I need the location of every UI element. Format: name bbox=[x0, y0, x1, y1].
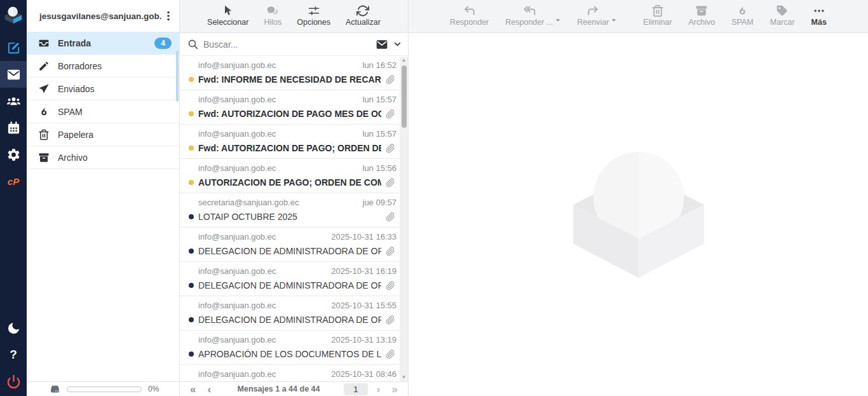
next-page-button[interactable]: › bbox=[374, 384, 383, 395]
help-button[interactable]: ? bbox=[0, 341, 27, 368]
message-subject: DELEGACION DE ADMINISTRADORA DE OR... bbox=[198, 246, 381, 256]
message-row[interactable]: info@sanjuan.gob.eclun 16:52Fwd: INFORME… bbox=[180, 56, 399, 90]
list-scrollbar[interactable]: ▲ ▼ bbox=[400, 57, 408, 381]
reply-all-icon bbox=[523, 4, 536, 17]
select-button[interactable]: Seleccionar bbox=[207, 3, 249, 28]
message-date: 2025-10-31 13:19 bbox=[331, 335, 397, 345]
attachment-indicator bbox=[386, 212, 395, 222]
trash-icon bbox=[651, 4, 664, 17]
account-menu-button[interactable] bbox=[161, 8, 175, 24]
message-sender: info@sanjuan.gob.ec bbox=[198, 232, 276, 242]
refresh-button[interactable]: Actualizar bbox=[345, 3, 381, 28]
message-status-dot[interactable] bbox=[189, 180, 194, 185]
delete-button[interactable]: Eliminar bbox=[642, 3, 672, 28]
message-status-dot[interactable] bbox=[189, 214, 194, 219]
message-date: lun 16:52 bbox=[363, 60, 397, 70]
folders-panel: jesusgavilanes@sanjuan.gob.... Entrada4B… bbox=[27, 0, 180, 396]
forward-dropdown-button[interactable] bbox=[611, 17, 617, 24]
cpanel-button[interactable]: cP bbox=[0, 168, 27, 195]
quota-bar: 0% bbox=[27, 381, 179, 396]
scroll-down-icon[interactable]: ▼ bbox=[402, 374, 407, 381]
message-status-dot[interactable] bbox=[189, 249, 194, 254]
settings-nav-button[interactable] bbox=[0, 141, 27, 168]
message-row[interactable]: info@sanjuan.gob.ec2025-10-31 16:19DELEG… bbox=[180, 262, 399, 296]
message-sender: info@sanjuan.gob.ec bbox=[198, 95, 276, 104]
message-status-dot[interactable] bbox=[189, 352, 194, 357]
message-sender: info@sanjuan.gob.ec bbox=[198, 369, 276, 379]
search-options-button[interactable] bbox=[393, 40, 402, 48]
message-row[interactable]: secretaria@sanjuan.gob.ecjue 09:57LOTAIP… bbox=[180, 193, 399, 228]
folder-item-entrada[interactable]: Entrada4 bbox=[27, 32, 179, 55]
more-button[interactable]: Más bbox=[811, 3, 827, 28]
message-row[interactable]: info@sanjuan.gob.eclun 15:57Fwd: AUTORIZ… bbox=[180, 125, 399, 159]
folders-scrollbar[interactable] bbox=[176, 51, 179, 102]
calendar-nav-button[interactable] bbox=[0, 114, 27, 141]
mail-nav-button[interactable] bbox=[0, 61, 27, 88]
message-row[interactable]: info@sanjuan.gob.ec2025-10-31 16:33DELEG… bbox=[180, 228, 399, 262]
message-status-dot[interactable] bbox=[189, 283, 194, 288]
dark-mode-toggle[interactable] bbox=[0, 315, 27, 341]
forward-button[interactable]: Reenviar bbox=[576, 3, 609, 28]
last-page-button[interactable]: » bbox=[390, 384, 400, 395]
message-status-dot[interactable] bbox=[189, 317, 194, 322]
attachment-indicator bbox=[386, 178, 395, 188]
message-date: jue 09:57 bbox=[363, 198, 397, 207]
spam-button[interactable]: SPAM bbox=[731, 3, 754, 28]
message-row[interactable]: info@sanjuan.gob.ec2025-10-31 15:55DELEG… bbox=[180, 296, 399, 331]
pencil-icon bbox=[38, 60, 50, 72]
archive-button[interactable]: Archivo bbox=[688, 3, 715, 28]
envelope-icon bbox=[376, 38, 388, 51]
contacts-nav-button[interactable] bbox=[0, 88, 27, 114]
reply-all-dropdown-button[interactable] bbox=[555, 17, 561, 24]
caret-down-icon bbox=[555, 17, 561, 24]
message-status-dot[interactable] bbox=[189, 77, 194, 82]
message-status-dot[interactable] bbox=[189, 146, 194, 151]
mark-button[interactable]: Marcar bbox=[770, 3, 796, 28]
message-status-dot[interactable] bbox=[189, 111, 194, 116]
options-button[interactable]: Opciones bbox=[296, 3, 331, 28]
paperclip-icon bbox=[386, 109, 395, 119]
logout-button[interactable] bbox=[0, 368, 27, 395]
message-sender: secretaria@sanjuan.gob.ec bbox=[198, 198, 299, 207]
search-bar bbox=[180, 33, 408, 56]
message-row[interactable]: info@sanjuan.gob.ec2025-10-31 13:19APROB… bbox=[180, 331, 399, 365]
attachment-indicator bbox=[386, 315, 395, 325]
message-row[interactable]: info@sanjuan.gob.eclun 15:56AUTORIZACION… bbox=[180, 159, 399, 193]
flame-icon bbox=[736, 4, 749, 17]
message-row[interactable]: info@sanjuan.gob.eclun 15:57Fwd: AUTORIZ… bbox=[180, 90, 399, 125]
page-number-input[interactable]: 1 bbox=[344, 383, 368, 395]
message-date: lun 15:57 bbox=[363, 95, 397, 104]
list-toolbar: Seleccionar Hilos Opciones Actualizar bbox=[180, 0, 408, 33]
caret-down-icon bbox=[611, 17, 617, 24]
folder-item-borradores[interactable]: Borradores bbox=[27, 55, 179, 78]
attachment-indicator bbox=[386, 281, 395, 290]
attachment-indicator bbox=[386, 350, 395, 359]
inbox-icon bbox=[38, 38, 50, 49]
search-scope-button[interactable] bbox=[376, 38, 388, 51]
message-row[interactable]: info@sanjuan.gob.ec2025-10-31 08:46 bbox=[180, 365, 399, 381]
reply-all-button[interactable]: Responder ... bbox=[505, 3, 553, 28]
search-input[interactable] bbox=[203, 39, 370, 50]
paperclip-icon bbox=[386, 315, 395, 325]
prev-page-button[interactable]: ‹ bbox=[205, 384, 214, 395]
folder-item-enviados[interactable]: Enviados bbox=[27, 78, 179, 100]
message-date: lun 15:57 bbox=[363, 129, 397, 139]
scroll-up-icon[interactable]: ▲ bbox=[402, 57, 407, 64]
folder-item-archivo[interactable]: Archivo bbox=[27, 146, 179, 169]
folder-item-spam[interactable]: SPAM bbox=[27, 100, 179, 123]
paperclip-icon bbox=[386, 212, 395, 222]
threads-icon bbox=[266, 4, 279, 17]
message-subject: Fwd: AUTORIZACION DE PAGO; ORDEN DE ... bbox=[198, 143, 381, 153]
paperclip-icon bbox=[386, 247, 395, 256]
archive-icon bbox=[38, 152, 50, 163]
refresh-icon bbox=[356, 4, 369, 17]
webmail-app: cP ? jesusgavilanes@sanjuan.gob.... Entr… bbox=[0, 0, 868, 396]
reply-button[interactable]: Responder bbox=[449, 3, 489, 28]
compose-button[interactable] bbox=[0, 34, 27, 61]
first-page-button[interactable]: « bbox=[187, 384, 198, 395]
message-date: 2025-10-31 16:19 bbox=[331, 266, 397, 276]
folder-item-papelera[interactable]: Papelera bbox=[27, 123, 179, 146]
scrollbar-thumb[interactable] bbox=[402, 65, 407, 128]
message-subject: Fwd: AUTORIZACION DE PAGO MES DE OC... bbox=[198, 109, 381, 119]
threads-button[interactable]: Hilos bbox=[263, 3, 282, 28]
